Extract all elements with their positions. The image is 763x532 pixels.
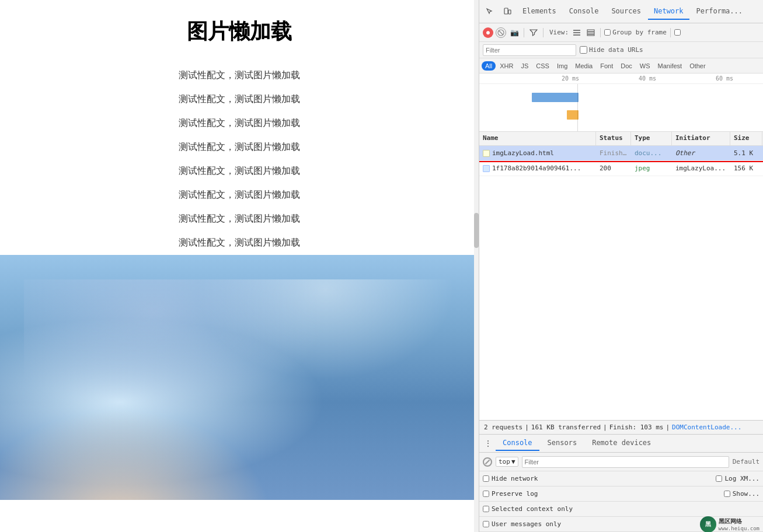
console-tab-bar: ⋮ Console Sensors Remote devices [479,434,763,453]
scrollbar[interactable] [474,0,479,532]
svg-rect-9 [587,34,594,36]
status-dom-link[interactable]: DOMContentLoade... [672,424,741,431]
td-row1-status: Finish... [596,149,631,157]
type-filter-manifest[interactable]: Manifest [654,61,686,71]
preserve-log-label[interactable] [674,29,681,36]
td-row2-initiator: imgLazyLoa... [672,164,730,172]
type-filter-all[interactable]: All [482,61,496,71]
hide-network-checkbox[interactable] [483,475,489,482]
inspect-icon[interactable] [482,4,498,20]
device-icon[interactable] [499,4,515,20]
separator [524,28,524,37]
hide-data-urls-option[interactable]: Hide data URLs [580,46,643,54]
group-by-frame-label[interactable]: Group by frame [604,29,667,36]
type-filter-js[interactable]: JS [517,61,532,71]
preserve-log-checkbox2[interactable] [483,491,489,497]
ruler-mark-60ms: 60 ms [686,75,763,82]
tab-sensors[interactable]: Sensors [541,436,584,451]
td-row2-type: jpeg [631,164,672,172]
tab-performance[interactable]: Performa... [691,4,748,20]
type-filter-xhr[interactable]: XHR [496,61,517,71]
th-name: Name [479,132,596,145]
tab-sources[interactable]: Sources [605,4,647,20]
type-filter-other[interactable]: Other [686,61,709,71]
log-xhr-option[interactable]: Log XM... [716,475,759,482]
scroll-thumb[interactable] [474,213,479,248]
tab-console[interactable]: Console [563,4,605,20]
table-row[interactable]: imgLazyLoad.html Finish... docu... Other… [479,146,763,161]
td-row1-name: imgLazyLoad.html [479,149,596,157]
group-by-frame-checkbox[interactable] [604,29,611,36]
network-filter-input[interactable] [483,44,576,56]
list-item: 测试性配文，测试图片懒加载 [0,231,479,255]
console-menu-icon[interactable]: ⋮ [482,437,494,450]
selected-context-checkbox[interactable] [483,506,489,512]
table-body: imgLazyLoad.html Finish... docu... Other… [479,146,763,420]
td-row1-type: docu... [631,149,672,157]
tab-console-bottom[interactable]: Console [496,436,539,451]
console-options-row4: User messages only 黑 黑区网络 www.heiqu.com [479,517,763,532]
waterfall-bar-1 [532,93,579,102]
tab-remote-devices[interactable]: Remote devices [585,436,658,451]
img-file-icon [483,165,490,172]
separator [600,28,601,37]
list-item: 测试性配文，测试图片懒加载 [0,135,479,159]
preserve-log-option[interactable]: Preserve log [483,490,538,498]
show-checkbox[interactable] [724,491,730,497]
th-status: Status [596,132,631,145]
type-filter-media[interactable]: Media [572,61,596,71]
show-option[interactable]: Show... [724,490,759,498]
preserve-log-checkbox[interactable] [674,29,681,36]
page-title: 图片懒加载 [0,18,479,46]
log-xhr-checkbox[interactable] [716,475,722,482]
no-entry-icon[interactable] [483,457,492,467]
svg-rect-1 [508,10,511,14]
console-options-row3: Selected context only [479,502,763,517]
user-messages-option[interactable]: User messages only [483,520,561,528]
watermark-text: 黑区网络 www.heiqu.com [719,517,759,531]
hide-data-urls-checkbox[interactable] [580,46,587,54]
record-button[interactable]: ● [483,27,493,38]
type-filter-doc[interactable]: Doc [617,61,636,71]
list-item: 测试性配文，测试图片懒加载 [0,111,479,135]
console-filter-input[interactable] [522,456,729,468]
status-bar: 2 requests | 161 KB transferred | Finish… [479,420,763,434]
separator [543,28,543,37]
waterfall-bar-2 [567,110,579,120]
td-row2-name: 1f178a82b9014a909461... [479,164,596,172]
selected-context-option[interactable]: Selected context only [483,505,573,513]
timeline-ruler: 20 ms 40 ms 60 ms [479,74,763,84]
user-messages-checkbox[interactable] [483,521,489,527]
td-row1-initiator: Other [672,149,730,157]
type-filter-img[interactable]: Img [553,61,571,71]
screenshot-icon[interactable]: 📷 [508,27,520,38]
svg-rect-0 [504,8,508,14]
watermark-logo: 黑 [700,516,716,533]
context-selector[interactable]: top ▼ [496,457,518,467]
ruler-mark-40ms: 40 ms [609,75,686,82]
list-view-icon[interactable] [571,27,583,38]
svg-rect-7 [587,30,594,32]
anime-image [0,255,479,500]
webpage-content: 图片懒加载 测试性配文，测试图片懒加载 测试性配文，测试图片懒加载 测试性配文，… [0,0,479,532]
console-options-row1: Hide network Log XM... [479,471,763,487]
type-filter-font[interactable]: Font [597,61,616,71]
hide-network-option[interactable]: Hide network [483,475,538,482]
filter-icon[interactable] [528,27,539,38]
td-row1-size: 5.1 K [730,149,762,157]
status-requests: 2 requests [484,424,522,431]
clear-button[interactable] [496,27,506,38]
svg-rect-8 [587,32,594,34]
type-filter-css[interactable]: CSS [532,61,553,71]
tab-elements[interactable]: Elements [517,4,562,20]
waterfall-view-icon[interactable] [585,27,597,38]
tab-network[interactable]: Network [648,4,689,20]
table-row[interactable]: 1f178a82b9014a909461... 200 jpeg imgLazy… [479,161,763,176]
type-filter-ws[interactable]: WS [636,61,654,71]
type-filter-bar: All XHR JS CSS Img Media Font Doc WS Man… [479,58,763,74]
td-row2-size: 156 K [730,164,762,172]
list-item: 测试性配文，测试图片懒加载 [0,88,479,111]
network-toolbar: ● 📷 View: [479,23,763,42]
watermark-area: 黑 黑区网络 www.heiqu.com [700,516,759,533]
dropdown-arrow-icon: ▼ [511,458,515,466]
